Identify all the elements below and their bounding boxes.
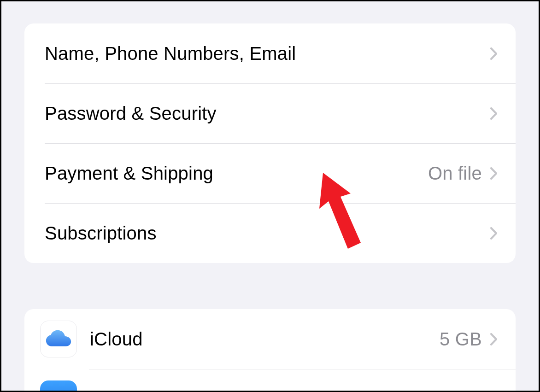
row-label: iCloud [90, 329, 440, 350]
icloud-row[interactable]: iCloud 5 GB [24, 309, 516, 369]
chevron-right-icon [490, 167, 497, 180]
account-settings-group: Name, Phone Numbers, Email Password & Se… [24, 23, 516, 263]
next-service-row-partial[interactable] [24, 369, 516, 392]
row-label: Subscriptions [45, 223, 490, 244]
icloud-icon [40, 321, 77, 357]
row-label: Name, Phone Numbers, Email [45, 43, 490, 64]
chevron-right-icon [490, 227, 497, 240]
name-phone-email-row[interactable]: Name, Phone Numbers, Email [24, 23, 516, 83]
password-security-row[interactable]: Password & Security [24, 83, 516, 143]
subscriptions-row[interactable]: Subscriptions [24, 203, 516, 263]
row-detail: 5 GB [440, 329, 482, 350]
app-icon-partial [40, 380, 77, 392]
chevron-right-icon [490, 107, 497, 120]
row-label: Password & Security [45, 103, 490, 124]
chevron-right-icon [490, 47, 497, 60]
payment-shipping-row[interactable]: Payment & Shipping On file [24, 143, 516, 203]
chevron-right-icon [490, 333, 497, 345]
row-detail: On file [428, 163, 482, 184]
services-group: iCloud 5 GB [24, 309, 516, 392]
row-label: Payment & Shipping [45, 163, 428, 184]
